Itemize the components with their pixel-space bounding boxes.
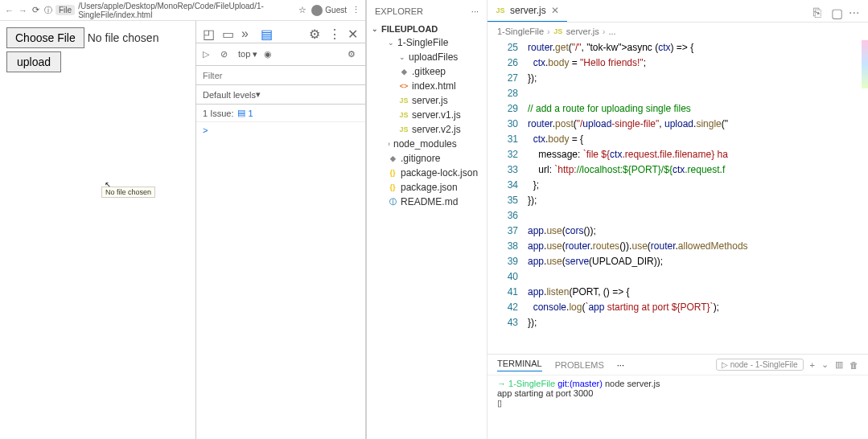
choose-file-button[interactable]: Choose File xyxy=(6,27,84,48)
back-icon[interactable]: ← xyxy=(5,6,14,15)
tree-folder[interactable]: ⌄1-SingleFile xyxy=(373,35,487,50)
explorer-root[interactable]: ⌄ FILEUPLOAD xyxy=(367,23,487,35)
issues-bar[interactable]: 1 Issue: ▤ 1 xyxy=(196,105,365,122)
reload-icon[interactable]: ⟳ xyxy=(32,5,39,15)
kebab-icon[interactable]: ⋮ xyxy=(352,5,360,15)
avatar-icon xyxy=(311,5,323,16)
tree-file[interactable]: <>index.html xyxy=(373,79,487,93)
chevron-icon: ⌄ xyxy=(399,53,405,61)
kebab-icon[interactable]: ⋮ xyxy=(328,27,339,38)
eye-icon[interactable]: ◉ xyxy=(264,49,275,60)
tree-file[interactable]: ◆.gitkeep xyxy=(373,64,487,79)
browser-pane: ← → ⟳ ⓘ File /Users/apple/Desktop/MonoRe… xyxy=(0,0,367,439)
guest-profile[interactable]: Guest xyxy=(311,5,347,16)
tree-file[interactable]: {}package.json xyxy=(373,180,487,195)
tree-file[interactable]: JSserver.v1.js xyxy=(373,108,487,122)
forward-icon: → xyxy=(19,6,27,15)
breadcrumb[interactable]: 1-SingleFile › JS server.js › ... xyxy=(487,23,868,40)
url-bar[interactable]: ⓘ File /Users/apple/Desktop/MonoRep/Code… xyxy=(44,2,294,19)
tree-folder[interactable]: ›node_modules xyxy=(373,137,487,151)
tree-file[interactable]: {}package-lock.json xyxy=(373,166,487,180)
chevron-down-icon: ⌄ xyxy=(372,25,378,33)
tree-file[interactable]: JSserver.v2.js xyxy=(373,122,487,137)
url-scheme: File xyxy=(56,5,75,15)
context-selector[interactable]: top ▾ xyxy=(238,49,257,59)
more-icon[interactable]: ··· xyxy=(849,6,860,17)
settings-icon[interactable]: ⚙ xyxy=(348,49,359,60)
close-icon[interactable]: ✕ xyxy=(348,27,359,38)
filter-input[interactable] xyxy=(196,66,365,84)
js-icon: JS xyxy=(399,110,409,120)
url-path: /Users/apple/Desktop/MonoRep/Code/FileUp… xyxy=(78,2,294,19)
more-icon[interactable]: ··· xyxy=(617,360,624,370)
json-icon: {} xyxy=(388,183,397,192)
info-icon: ⓘ xyxy=(388,197,397,207)
device-icon[interactable]: ▭ xyxy=(222,27,233,38)
page-content: Choose File No file chosen upload ↖ No f… xyxy=(0,21,195,439)
vscode-window: EXPLORER ··· ⌄ FILEUPLOAD ⌄1-SingleFile⌄… xyxy=(367,0,868,439)
terminal-selector[interactable]: ▷ node - 1-SingleFile xyxy=(716,359,804,371)
browser-toolbar: ← → ⟳ ⓘ File /Users/apple/Desktop/MonoRe… xyxy=(0,0,365,21)
devtools-panel: ◰ ▭ » ▤ ⚙ ⋮ ✕ ▷ ⊘ top ▾ ◉ ⚙ xyxy=(195,21,365,439)
close-icon[interactable]: ✕ xyxy=(551,5,559,16)
explorer-more-icon[interactable]: ··· xyxy=(471,6,479,16)
tree-file[interactable]: ⓘREADME.md xyxy=(373,195,487,209)
split-icon[interactable]: ▥ xyxy=(835,359,843,370)
git-icon: ◆ xyxy=(399,67,409,76)
editor-area: JS server.js ✕ ⎘ ▢ ··· 1-SingleFile › JS… xyxy=(487,0,868,439)
js-icon: JS xyxy=(553,27,563,36)
tree-file[interactable]: JSserver.js xyxy=(373,93,487,108)
minimap[interactable] xyxy=(862,40,868,88)
json-icon: {} xyxy=(388,168,397,178)
messages-icon[interactable]: ▤ xyxy=(261,27,272,38)
bookmark-icon[interactable]: ☆ xyxy=(298,5,306,15)
terminal-output[interactable]: → 1-SingleFile git:(master) node server.… xyxy=(487,375,868,439)
tree-file[interactable]: ◆.gitignore xyxy=(373,151,487,166)
explorer-panel: EXPLORER ··· ⌄ FILEUPLOAD ⌄1-SingleFile⌄… xyxy=(367,0,487,439)
more-tabs-icon[interactable]: » xyxy=(241,27,253,38)
chevron-icon: ⌄ xyxy=(388,39,394,47)
html-icon: <> xyxy=(399,81,409,91)
js-icon: JS xyxy=(399,125,409,134)
play-icon[interactable]: ▷ xyxy=(203,49,214,60)
add-terminal-icon[interactable]: + xyxy=(810,360,815,370)
preview-icon[interactable]: ▢ xyxy=(831,6,842,17)
compare-icon[interactable]: ⎘ xyxy=(813,6,825,17)
settings-icon[interactable]: ⚙ xyxy=(309,27,320,38)
trash-icon[interactable]: 🗑 xyxy=(849,360,858,370)
explorer-title: EXPLORER xyxy=(375,6,423,16)
tab-server-js[interactable]: JS server.js ✕ xyxy=(487,0,567,22)
log-levels-selector[interactable]: Default levels ▾ xyxy=(196,85,365,105)
tab-terminal[interactable]: TERMINAL xyxy=(497,359,542,371)
js-icon: JS xyxy=(496,6,505,15)
inspect-icon[interactable]: ◰ xyxy=(203,27,214,38)
clear-icon[interactable]: ⊘ xyxy=(220,49,232,60)
terminal-panel: TERMINAL PROBLEMS ··· ▷ node - 1-SingleF… xyxy=(487,354,868,439)
tab-problems[interactable]: PROBLEMS xyxy=(555,360,604,370)
git-icon: ◆ xyxy=(388,154,397,163)
js-icon: JS xyxy=(399,96,409,105)
chevron-icon: › xyxy=(388,140,390,148)
tree-folder[interactable]: ⌄uploadFiles xyxy=(373,50,487,64)
code-editor[interactable]: 25262728293031323334353637383940414243 r… xyxy=(487,40,868,354)
tab-bar: JS server.js ✕ ⎘ ▢ ··· xyxy=(487,0,868,23)
upload-button[interactable]: upload xyxy=(6,51,61,72)
console-prompt[interactable]: > xyxy=(196,122,365,439)
file-status: No file chosen xyxy=(88,31,159,44)
tooltip: No file chosen xyxy=(101,187,155,198)
chevron-down-icon[interactable]: ⌄ xyxy=(821,359,829,370)
issue-badge-icon: ▤ xyxy=(237,108,245,118)
